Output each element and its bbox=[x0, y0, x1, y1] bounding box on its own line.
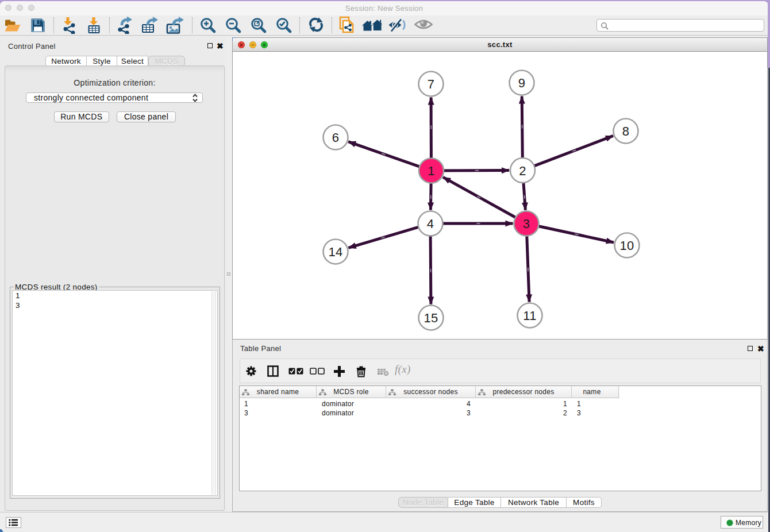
svg-text:8: 8 bbox=[622, 124, 630, 138]
svg-text:7: 7 bbox=[428, 77, 435, 91]
svg-text:4: 4 bbox=[427, 217, 434, 231]
svg-text:9: 9 bbox=[518, 76, 526, 90]
svg-text:6: 6 bbox=[332, 130, 340, 145]
svg-text:1: 1 bbox=[428, 164, 435, 178]
svg-text:14: 14 bbox=[328, 245, 342, 259]
svg-text:3: 3 bbox=[523, 217, 530, 231]
svg-text:f(x): f(x) bbox=[395, 364, 411, 376]
svg-text:15: 15 bbox=[424, 311, 438, 325]
svg-text:2: 2 bbox=[519, 164, 526, 178]
svg-text:11: 11 bbox=[523, 309, 536, 323]
svg-text:10: 10 bbox=[619, 238, 634, 253]
